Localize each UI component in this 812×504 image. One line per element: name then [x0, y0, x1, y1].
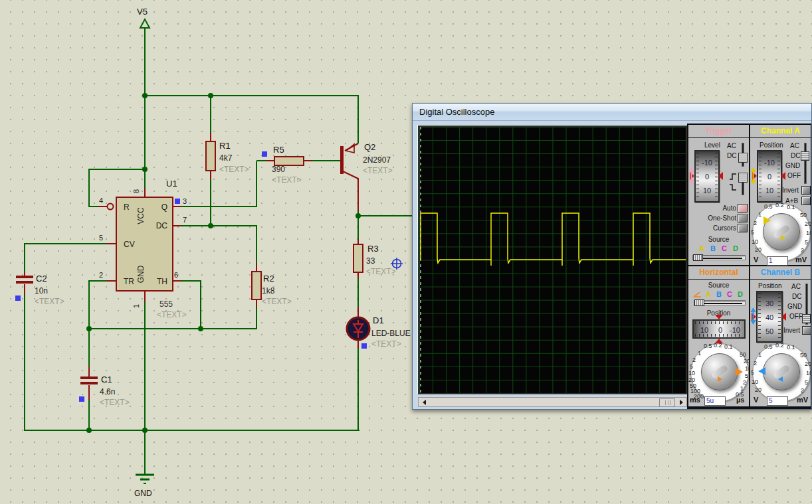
channel-a-off-label: OFF	[787, 172, 801, 179]
channel-b-dc-label: DC	[792, 293, 801, 300]
scope-display[interactable]	[418, 126, 687, 394]
svg-text:GND: GND	[136, 265, 146, 283]
source-a-label: A	[706, 290, 711, 298]
horizontal-timebase-knob[interactable]	[701, 353, 738, 390]
svg-text:TR: TR	[124, 277, 134, 286]
channel-a-title: Channel A	[750, 125, 811, 138]
one-shot-button[interactable]	[738, 214, 748, 222]
svg-text:Q: Q	[161, 203, 167, 212]
channel-a-gain-value[interactable]: 1	[767, 256, 788, 266]
svg-text:<TEXT>: <TEXT>	[35, 297, 64, 306]
rising-edge-icon	[728, 173, 738, 180]
channel-b-invert-button[interactable]	[802, 326, 811, 335]
channel-a-coupling-slider[interactable]	[804, 143, 807, 184]
resistor-r2[interactable]	[252, 263, 261, 307]
knob-label: 5	[745, 373, 748, 379]
source-a-label: A	[699, 244, 704, 252]
power-symbol[interactable]	[140, 19, 150, 28]
svg-text:<TEXT>: <TEXT>	[272, 175, 302, 185]
channel-b-off-label: OFF	[789, 313, 803, 320]
resistor-r3[interactable]	[354, 239, 363, 279]
knob-label: 20	[755, 386, 761, 393]
gauge-tick-label: 0	[718, 326, 722, 334]
channel-b-knob-pointer-icon	[758, 367, 765, 375]
gauge-tick-label: 0	[696, 173, 718, 181]
channel-a-invert-label: Invert	[782, 187, 799, 194]
channel-a-millivolts-unit: mV	[795, 256, 807, 264]
horizontal-timebase-value[interactable]: 5u	[704, 396, 726, 406]
knob-label: 20	[805, 220, 811, 227]
trigger-source-label: Source	[688, 236, 749, 243]
ground-symbol[interactable]	[136, 475, 154, 483]
channel-a-coupling-thumb[interactable]	[801, 151, 809, 161]
scroll-left-button[interactable]	[419, 398, 429, 406]
control-panels: Trigger Level -10 0 10 AC DC Auto One-Sh…	[687, 124, 812, 409]
trigger-level-gauge[interactable]: -10 0 10	[694, 150, 720, 203]
channel-b-drag-arrow-icon[interactable]	[750, 307, 756, 325]
knob-label: 0.5	[704, 343, 712, 349]
knob-label: 20	[755, 246, 761, 253]
trigger-coupling-thumb[interactable]	[738, 153, 748, 163]
q2-value: 2N2907	[363, 155, 391, 165]
falling-edge-icon	[728, 183, 738, 191]
source-c-label: C	[727, 290, 732, 298]
horizontal-ms-unit: ms	[690, 396, 700, 404]
channel-a-position-label: Position	[760, 141, 783, 149]
scroll-right-button[interactable]	[676, 398, 686, 406]
channel-b-position-label: Position	[758, 282, 782, 290]
knob-label: 2	[692, 357, 696, 363]
ic-555-u1[interactable]	[98, 188, 181, 302]
channel-b-gnd-label: GND	[787, 303, 802, 310]
horizontal-position-gauge[interactable]: 10 0 -10	[692, 319, 746, 339]
horizontal-knob-pointer-icon	[736, 368, 743, 376]
knob-label: 1	[758, 351, 761, 358]
svg-text:<TEXT>: <TEXT>	[219, 165, 249, 174]
d1-value: LED-BLUE	[371, 329, 411, 338]
svg-text:<TEXT>: <TEXT>	[100, 398, 130, 407]
gauge-tick-label: -10	[730, 326, 740, 334]
display-h-scrollbar[interactable]	[418, 397, 687, 407]
knob-label: 5	[805, 379, 808, 386]
knob-label: 2	[754, 220, 757, 226]
svg-text:<TEXT>: <TEXT>	[366, 267, 396, 276]
channel-a-trace	[421, 213, 686, 266]
channel-b-gain-knob[interactable]	[763, 353, 800, 390]
selection-markers	[15, 151, 367, 402]
channel-b-millivolts-unit: mV	[797, 396, 808, 404]
knob-label: 0.2	[714, 342, 722, 349]
window-title-bar[interactable]: Digital Oscilloscope	[413, 104, 811, 121]
horizontal-knob-small-pointer-icon	[718, 377, 722, 382]
gauge-tick-label: 40	[758, 313, 781, 321]
r3-value: 33	[366, 256, 375, 266]
svg-text:<TEXT>: <TEXT>	[262, 297, 292, 306]
resistor-r1[interactable]	[206, 133, 215, 179]
capacitor-c1[interactable]	[80, 367, 98, 400]
r2-value: 1k8	[262, 286, 275, 295]
channel-a-position-gauge[interactable]: -10 0 10	[757, 150, 782, 203]
knob-label: 10	[688, 370, 695, 377]
capacitor-c2[interactable]	[16, 272, 33, 294]
channel-b-coupling-thumb[interactable]	[802, 314, 811, 323]
channel-a-panel: Channel A Position -10 0 10 AC DC GND OF…	[750, 125, 811, 265]
trigger-edge-thumb[interactable]	[738, 173, 748, 183]
knob-label: 2	[801, 387, 804, 394]
r1-ref: R1	[219, 141, 231, 151]
auto-button[interactable]	[738, 204, 748, 212]
r5-ref: R5	[273, 145, 284, 155]
knob-label: 20	[744, 358, 750, 365]
channel-b-gain-value[interactable]: 5	[767, 396, 788, 406]
trigger-level-drag-arrow-icon[interactable]	[688, 167, 694, 185]
channel-a-invert-button[interactable]	[801, 186, 811, 195]
transistor-q2[interactable]	[340, 143, 358, 211]
channel-b-title: Channel B	[750, 266, 811, 280]
channel-a-drag-arrow-icon[interactable]	[750, 167, 756, 185]
cursors-button[interactable]	[738, 224, 748, 232]
horizontal-source-thumb[interactable]	[694, 299, 704, 306]
trigger-source-thumb[interactable]	[693, 254, 703, 261]
scrollbar-thumb[interactable]	[659, 398, 675, 407]
svg-text:8: 8	[132, 189, 140, 193]
svg-text:4: 4	[99, 197, 103, 205]
channel-b-position-gauge[interactable]: 30 40 50	[756, 291, 783, 343]
window-title: Digital Oscilloscope	[419, 107, 494, 117]
led-d1[interactable]	[347, 307, 369, 348]
